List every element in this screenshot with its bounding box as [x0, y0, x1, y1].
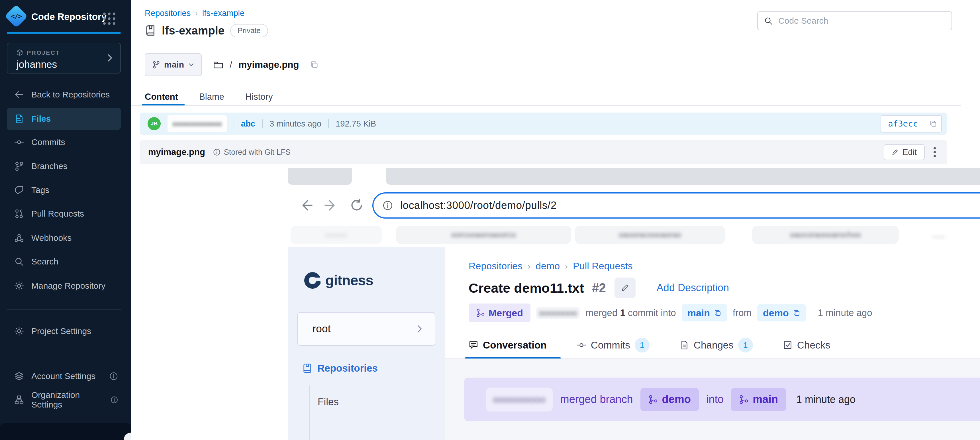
- sidebar-item-label: Organization Settings: [31, 390, 103, 410]
- org-chart-icon: [14, 395, 24, 405]
- main-content: Repositories › lfs-example lfs-example P…: [131, 0, 980, 440]
- search-input[interactable]: [778, 16, 945, 26]
- pr-source-branch-chip: demo: [757, 304, 806, 322]
- code-repository-logo-icon: </>: [5, 5, 28, 28]
- pr-title-edit-button: [614, 277, 636, 298]
- branch-icon: [152, 61, 160, 69]
- gitness-sidebar-item-repositories: Repositories: [302, 362, 378, 374]
- document-icon: [679, 340, 689, 350]
- browser-url: localhost:3000/root/demo/pulls/2: [400, 199, 557, 212]
- page-title: lfs-example: [162, 24, 224, 37]
- sidebar-item-search[interactable]: Search: [7, 251, 121, 273]
- commit-message-link[interactable]: abc: [241, 119, 255, 129]
- kebab-menu-icon[interactable]: [933, 147, 937, 158]
- tab-history[interactable]: History: [245, 92, 273, 102]
- sidebar-item-label: Tags: [31, 185, 49, 195]
- browser-tabstrip-segment: [386, 168, 980, 185]
- latest-commit-bar: JB oooooooooooo abc 3 minutes ago 192.75…: [140, 113, 947, 135]
- bookmark-redacted: ......: [920, 226, 957, 244]
- copy-icon: [714, 309, 721, 317]
- merge-event-time: 1 minute ago: [796, 394, 856, 405]
- file-icon: [14, 114, 24, 124]
- breadcrumb-repo[interactable]: lfs-example: [202, 8, 245, 18]
- sidebar-accent-divider: [7, 32, 121, 33]
- pr-changes-count-badge: 1: [738, 338, 753, 352]
- browser-tabstrip-segment: [288, 168, 352, 185]
- gitness-project-selector: root: [297, 312, 435, 346]
- copy-sha-button[interactable]: [925, 116, 941, 132]
- folder-icon[interactable]: [213, 59, 223, 70]
- copy-icon[interactable]: [310, 61, 318, 69]
- repo-title-row: lfs-example Private: [145, 23, 268, 38]
- edit-button[interactable]: Edit: [884, 144, 925, 160]
- pencil-icon: [621, 284, 629, 292]
- pr-target-branch-chip: main: [682, 304, 727, 322]
- commit-sha[interactable]: af3ecc: [881, 116, 925, 132]
- chevron-right-icon: [105, 53, 115, 63]
- gitness-logo-icon: [304, 272, 321, 289]
- pr-commits-count-badge: 1: [635, 338, 649, 352]
- pr-tab-changes: Changes 1: [679, 338, 753, 352]
- cube-icon: [16, 49, 23, 56]
- separator: [262, 120, 262, 128]
- sidebar-item-manage-repository[interactable]: Manage Repository: [7, 275, 121, 297]
- nav-indent-guide: [309, 385, 310, 440]
- breadcrumb-repositories[interactable]: Repositories: [145, 8, 191, 18]
- sidebar-item-organization-settings[interactable]: Organization Settings: [7, 389, 121, 411]
- pr-from-label: from: [733, 308, 751, 318]
- file-path-bar: main / myimage.png: [145, 53, 318, 76]
- search-icon: [14, 257, 24, 266]
- git-merge-icon: [476, 309, 485, 317]
- chat-bubble-icon: [469, 340, 478, 350]
- sidebar-item-account-settings[interactable]: Account Settings: [7, 365, 121, 387]
- sidebar-item-branches[interactable]: Branches: [7, 155, 121, 177]
- branch-name: main: [164, 60, 184, 70]
- gitness-breadcrumb-repo: demo: [536, 260, 560, 272]
- sidebar-item-webhooks[interactable]: Webhooks: [7, 227, 121, 249]
- commit-icon: [577, 340, 586, 350]
- browser-reload-icon: [350, 198, 364, 212]
- pr-add-description-link: Add Description: [657, 282, 729, 294]
- file-path-label: myimage.png: [239, 59, 299, 70]
- tab-content[interactable]: Content: [145, 92, 178, 102]
- commit-sha-chip: af3ecc: [881, 115, 942, 132]
- site-info-icon: [383, 200, 393, 210]
- gear-icon: [14, 326, 24, 336]
- app-sidebar: </> Code Repository PROJECT johannes Bac…: [0, 0, 131, 440]
- repository-book-icon: [145, 25, 156, 36]
- pr-merged-badge: Merged: [469, 303, 530, 322]
- sidebar-item-label: Manage Repository: [31, 281, 105, 291]
- git-merge-icon: [648, 395, 657, 404]
- module-grid-icon[interactable]: [103, 13, 116, 25]
- tab-blame[interactable]: Blame: [199, 92, 224, 102]
- sidebar-item-pull-requests[interactable]: Pull Requests: [7, 203, 121, 225]
- gitness-sidebar-item-files: Files: [318, 396, 339, 408]
- sidebar-item-commits[interactable]: Commits: [7, 131, 121, 153]
- project-name: johannes: [16, 59, 57, 70]
- sidebar-item-tags[interactable]: Tags: [7, 179, 121, 201]
- arrow-left-icon: [14, 90, 24, 99]
- lfs-badge: Stored with Git LFS: [213, 148, 291, 157]
- merge-source-branch-chip: demo: [640, 388, 699, 411]
- sidebar-item-project-settings[interactable]: Project Settings: [7, 320, 121, 342]
- pr-author-redacted: oooooooo: [536, 307, 580, 319]
- pr-tab-conversation: Conversation: [469, 340, 547, 351]
- branch-icon: [14, 161, 24, 171]
- merge-author-redacted: oooooooooo: [486, 387, 553, 411]
- commit-icon: [14, 137, 24, 147]
- avatar[interactable]: JB: [148, 117, 161, 130]
- file-name: myimage.png: [148, 147, 205, 157]
- sidebar-item-files[interactable]: Files: [7, 108, 121, 130]
- branch-selector[interactable]: main: [145, 53, 202, 76]
- project-selector[interactable]: PROJECT johannes: [7, 43, 121, 73]
- gitness-main: Repositories › demo › Pull Requests Crea…: [445, 247, 980, 440]
- pr-merge-summary: merged 1 commit into: [585, 308, 676, 318]
- breadcrumb-separator: ›: [528, 261, 530, 271]
- sidebar-item-label: Account Settings: [31, 371, 95, 381]
- info-icon: [111, 395, 118, 404]
- pr-status-row: Merged oooooooo merged 1 commit into mai…: [469, 303, 872, 322]
- gitness-logo-text: gitness: [325, 272, 373, 289]
- code-search-box[interactable]: [757, 11, 952, 30]
- sidebar-item-back-to-repositories[interactable]: Back to Repositories: [7, 84, 121, 105]
- bookmark-redacted: ooooo: [291, 226, 382, 244]
